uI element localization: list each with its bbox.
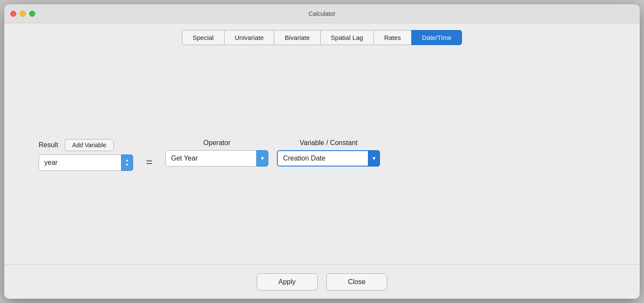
title-bar: Calculator [4, 4, 640, 23]
result-header: Result Add Variable [39, 139, 133, 151]
stepper-up-icon: ▲ [125, 158, 129, 162]
operator-section: Operator Get Year ▼ [165, 139, 268, 167]
traffic-lights [10, 11, 35, 17]
add-variable-button[interactable]: Add Variable [65, 139, 113, 151]
variable-dropdown-button[interactable]: ▼ [368, 150, 380, 167]
result-select-wrapper: year ▲ ▼ [39, 155, 133, 171]
equals-sign: = [142, 139, 157, 169]
apply-button[interactable]: Apply [257, 273, 318, 291]
formula-row: Result Add Variable year ▲ ▼ = Operator [39, 139, 380, 171]
result-stepper[interactable]: ▲ ▼ [121, 155, 133, 171]
minimize-button[interactable] [20, 11, 26, 17]
operator-chevron-down-icon: ▼ [260, 155, 265, 161]
maximize-button[interactable] [29, 11, 35, 17]
variable-select[interactable]: Creation Date [277, 150, 380, 167]
tab-spatial-lag[interactable]: Spatial Lag [320, 30, 374, 45]
result-label: Result [39, 141, 58, 149]
operator-dropdown-button[interactable]: ▼ [256, 150, 268, 167]
footer: Apply Close [4, 264, 640, 299]
variable-section: Variable / Constant Creation Date ▼ [277, 139, 380, 167]
result-select[interactable]: year [39, 155, 133, 171]
main-content: Result Add Variable year ▲ ▼ = Operator [4, 45, 640, 264]
variable-label: Variable / Constant [277, 139, 380, 147]
variable-chevron-down-icon: ▼ [371, 155, 377, 161]
tab-univariate[interactable]: Univariate [224, 30, 275, 45]
variable-dropdown-wrapper: Creation Date ▼ [277, 150, 380, 167]
close-button-footer[interactable]: Close [326, 273, 388, 291]
tab-special[interactable]: Special [182, 30, 225, 45]
tab-datetime[interactable]: Date/Time [411, 30, 462, 45]
operator-select[interactable]: Get Year [165, 150, 268, 167]
operator-label: Operator [165, 139, 268, 147]
calculator-window: Calculator Special Univariate Bivariate … [4, 4, 640, 299]
tab-rates[interactable]: Rates [374, 30, 412, 45]
operator-dropdown-wrapper: Get Year ▼ [165, 150, 268, 167]
result-section: Result Add Variable year ▲ ▼ [39, 139, 133, 171]
stepper-down-icon: ▼ [125, 163, 129, 167]
tab-bar: Special Univariate Bivariate Spatial Lag… [4, 23, 640, 45]
window-title: Calculator [308, 10, 335, 17]
tab-bivariate[interactable]: Bivariate [274, 30, 320, 45]
close-button[interactable] [10, 11, 16, 17]
